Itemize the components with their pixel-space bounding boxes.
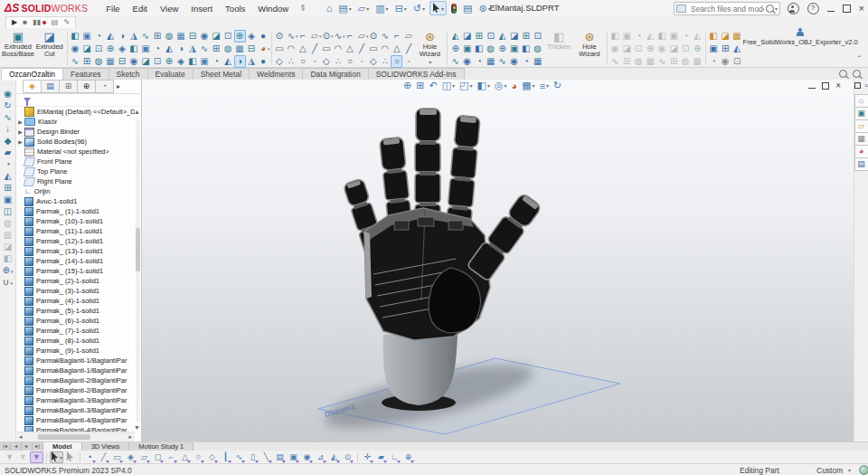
robot-hand-palm[interactable]	[364, 208, 490, 340]
filter-sketch-points-icon[interactable]: ○	[192, 451, 205, 463]
hole-wizard-button[interactable]: ⊛HoleWizard▾	[414, 29, 445, 67]
macro-edit-icon[interactable]: ✎	[63, 18, 70, 26]
menu-window[interactable]: Window	[252, 2, 294, 15]
ribbon-icon[interactable]: ⊞	[81, 55, 93, 68]
ribbon-icon[interactable]: ▭	[367, 43, 379, 55]
view-settings-icon[interactable]: ≡▾	[539, 81, 550, 91]
shortcut-boundary-icon[interactable]: ◆	[5, 135, 12, 147]
filter-funnel-icon[interactable]	[24, 98, 31, 102]
ribbon-icon[interactable]: ▦	[731, 30, 743, 43]
filter-toggle-icon[interactable]: ▼	[30, 451, 43, 463]
ribbon-icon[interactable]: ⌐	[344, 30, 355, 43]
ribbon-icon[interactable]: ◉	[128, 55, 140, 68]
panel-tabs-flyout-icon[interactable]: ▸	[117, 82, 120, 90]
tree-hscrollbar[interactable]: ◂ ▸	[16, 432, 135, 442]
ribbon-icon[interactable]: ⊞	[211, 43, 222, 55]
ribbon-icon[interactable]: ◈	[246, 30, 258, 43]
ribbon-icon[interactable]: ⌐	[297, 30, 308, 43]
tree-root-item[interactable]: ElMantaj (Default) <<Default>_Dis	[16, 107, 135, 117]
tree-item[interactable]: Avuc-1-solid1	[16, 196, 135, 206]
expand-caret[interactable]: ▶	[16, 119, 24, 125]
shortcut-spline-icon[interactable]: ∪▾	[3, 276, 13, 288]
ribbon-icon[interactable]: ⊡	[731, 55, 743, 68]
hide-show-items-icon[interactable]: ◎▾	[494, 80, 508, 91]
ribbon-icon[interactable]: ▭	[273, 43, 285, 55]
ribbon-icon[interactable]: ◍	[93, 55, 105, 68]
ribbon-icon[interactable]: ◦	[402, 55, 414, 68]
filter-vertices-icon[interactable]: •	[83, 451, 97, 463]
ribbon-icon[interactable]: ▦	[234, 43, 246, 55]
search-box[interactable]: ▾	[674, 2, 780, 15]
search-icon[interactable]	[766, 5, 774, 13]
expand-caret[interactable]: ▶	[16, 138, 24, 145]
ribbon-icon[interactable]: ○	[391, 55, 402, 68]
filter-dimensions-icon[interactable]: ∿	[232, 451, 246, 463]
ribbon-icon[interactable]: ⊕	[449, 43, 461, 55]
ribbon-icon[interactable]: ⊞	[720, 43, 731, 55]
ribbon-icon[interactable]: ◧	[520, 43, 532, 55]
macro-run-icon[interactable]: ▶	[12, 18, 17, 26]
search-dropdown-icon[interactable]: ▾	[775, 5, 778, 12]
ribbon-icon[interactable]: ◭	[222, 55, 234, 68]
ribbon-icon[interactable]: ⊡	[633, 43, 645, 55]
shortcut-sketch-icon[interactable]: ⊕▾	[3, 264, 14, 276]
ribbon-icon[interactable]: ⊕	[692, 43, 703, 55]
tree-scroll-thumb[interactable]	[136, 228, 140, 271]
filter-funnel-icon[interactable]: ▼	[3, 451, 16, 463]
pin-icon[interactable]: ✎	[297, 3, 308, 14]
ribbon-icon[interactable]: ⊙▾	[320, 30, 332, 43]
tab-data-migration[interactable]: Data Migration	[302, 68, 368, 80]
ribbon-icon[interactable]: ⊞	[473, 30, 485, 43]
ribbon-icon[interactable]: ▣	[140, 43, 152, 55]
ribbon-icon[interactable]: ◭	[105, 30, 117, 43]
shortcut-swept-icon[interactable]: ↻	[4, 100, 11, 111]
tree-scroll-left[interactable]: ◂	[16, 433, 25, 441]
select-arrow-icon[interactable]: ▾	[429, 1, 447, 15]
tree-hscroll-thumb[interactable]	[38, 434, 90, 440]
home-icon[interactable]: ⌂	[325, 2, 335, 14]
ribbon-icon[interactable]: ⊡	[222, 30, 234, 43]
ribbon-icon[interactable]: ◭	[645, 30, 656, 43]
filter-frame-icon[interactable]: ◻	[151, 451, 165, 463]
filter-routing-points-icon[interactable]: ⊿	[314, 451, 327, 463]
ribbon-icon[interactable]: ∿	[379, 30, 391, 43]
ribbon-icon[interactable]: ⊕	[164, 55, 175, 68]
ribbon-icon[interactable]: △	[297, 43, 308, 55]
toolbar-drag-handle[interactable]: ::::::	[0, 81, 14, 86]
ribbon-icon[interactable]: ◍	[164, 30, 175, 43]
ribbon-icon[interactable]: ◉	[70, 43, 81, 55]
shortcut-pattern-icon[interactable]: ⊞	[4, 182, 11, 194]
ribbon-icon[interactable]: ◉	[461, 55, 473, 68]
ribbon-icon[interactable]: ◈	[117, 43, 128, 55]
ribbon-icon[interactable]: ◮	[187, 43, 199, 55]
shortcut-revolve-icon[interactable]: ◉	[4, 88, 12, 100]
ribbon-icon[interactable]: ◭	[164, 43, 175, 55]
tab-sketch[interactable]: Sketch	[108, 68, 148, 80]
ribbon-icon[interactable]: ◔	[708, 55, 720, 68]
ribbon-icon[interactable]: ▣	[461, 43, 473, 55]
custom-properties-icon[interactable]: ▤	[854, 157, 868, 171]
ribbon-icon[interactable]: ⌐	[391, 30, 402, 43]
units-selector[interactable]: Custom	[816, 466, 843, 475]
tree-item[interactable]: Parmak_ (11)-1-solid1	[16, 226, 135, 236]
expand-caret[interactable]: ▶	[16, 128, 24, 135]
tree-item[interactable]: Material <not specified>	[16, 147, 135, 157]
zoom-tool-icon[interactable]	[839, 70, 847, 78]
ribbon-icon[interactable]: ◕▾	[258, 43, 269, 55]
filter-center-marks-icon[interactable]: ┃	[219, 451, 232, 463]
ribbon-icon[interactable]: ◇	[320, 55, 332, 68]
ribbon-icon[interactable]: ◍	[680, 55, 692, 68]
ribbon-icon[interactable]: ◪	[508, 30, 520, 43]
restore-button[interactable]	[843, 5, 851, 13]
ribbon-icon[interactable]: ⊙	[367, 30, 379, 43]
ribbon-icon[interactable]: ⊞	[520, 30, 532, 43]
ribbon-icon[interactable]: ∿	[656, 55, 668, 68]
ribbon-icon[interactable]: ●	[258, 55, 269, 68]
ribbon-icon[interactable]: ◪	[621, 43, 633, 55]
tab-weldments[interactable]: Weldments	[249, 68, 303, 80]
ribbon-icon[interactable]: ▦	[645, 55, 656, 68]
tree-item[interactable]: ∟Orijin	[16, 186, 135, 196]
tree-scroll-up[interactable]: ▲	[134, 109, 140, 115]
tab-solidworks-add-ins[interactable]: SOLIDWORKS Add-Ins	[368, 68, 465, 80]
tree-item[interactable]: Parmak_ (1)-1-solid1	[16, 206, 135, 216]
